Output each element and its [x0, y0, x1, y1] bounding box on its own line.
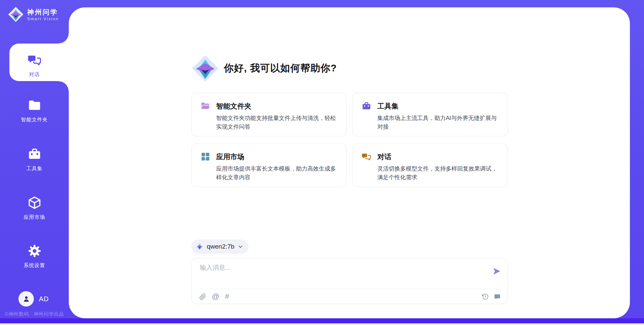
history-button[interactable] [482, 293, 489, 300]
mention-button[interactable]: @ [212, 293, 219, 300]
sidebar-item-toolset[interactable]: 工具集 [0, 147, 69, 172]
card-app-market[interactable]: 应用市场 应用市场提供丰富长文本模板，助力高效生成多样化文章内容 [191, 143, 347, 187]
avatar [18, 291, 34, 307]
copyright-footer: ©神州数码 · 神州问学出品 [0, 311, 69, 317]
model-selector-row: qwen2:7b [191, 240, 508, 254]
main-content-panel: 你好, 我可以如何帮助你? 智能文件夹 智能文件夹功能支持批量文件上传与清洗，轻… [69, 7, 630, 318]
history-icon [482, 293, 489, 300]
send-button[interactable] [492, 267, 501, 276]
sidebar-item-label: 对话 [29, 71, 40, 78]
card-title: 工具集 [377, 102, 498, 111]
hashtag-button[interactable]: # [225, 293, 229, 300]
sidebar-item-smart-folder[interactable]: 智能文件夹 [0, 98, 69, 123]
card-body: 应用市场 应用市场提供丰富长文本模板，助力高效生成多样化文章内容 [216, 151, 337, 179]
greeting-title: 你好, 我可以如何帮助你? [224, 62, 337, 75]
card-toolset[interactable]: 工具集 集成市场上主流工具，助力AI与外界无缝扩展与对接 [352, 93, 508, 136]
card-smart-folder[interactable]: 智能文件夹 智能文件夹功能支持批量文件上传与清洗，轻松实现文件问答 [191, 93, 347, 136]
sidebar-item-label: 系统设置 [24, 262, 45, 269]
composer-toolbar-right [482, 293, 501, 300]
sidebar-item-settings[interactable]: 系统设置 [0, 244, 69, 269]
card-chat[interactable]: 对话 灵活切换多模型文件，支持多样回复效果调试，满足个性化需求 [352, 143, 508, 187]
card-body: 智能文件夹 智能文件夹功能支持批量文件上传与清洗，轻松实现文件问答 [216, 101, 337, 128]
brand-subtitle: Smart Vision [27, 17, 59, 21]
bottom-accent-bar [0, 318, 644, 323]
card-description: 应用市场提供丰富长文本模板，助力高效生成多样化文章内容 [216, 165, 337, 182]
message-composer: @ # [191, 258, 508, 304]
model-name: qwen2:7b [207, 243, 234, 250]
gear-icon [28, 244, 42, 259]
sidebar-item-chat[interactable]: 对话 [0, 53, 69, 78]
user-account[interactable]: AD [18, 291, 49, 307]
page-bottom-edge [0, 323, 644, 325]
card-description: 集成市场上主流工具，助力AI与外界无缝扩展与对接 [377, 114, 498, 131]
card-title: 智能文件夹 [216, 102, 337, 111]
card-title: 对话 [377, 152, 498, 161]
brand-name: 神州问学 [27, 8, 59, 16]
sidebar: 神州问学 Smart Vision 对话 智能文件夹 [0, 0, 69, 325]
sidebar-item-label: 智能文件夹 [21, 117, 48, 123]
chevron-down-icon [238, 244, 243, 249]
card-body: 工具集 集成市场上主流工具，助力AI与外界无缝扩展与对接 [377, 101, 498, 128]
sidebar-item-label: 应用市场 [24, 214, 45, 220]
person-icon [22, 295, 31, 304]
brand-text: 神州问学 Smart Vision [27, 8, 59, 21]
diamond-logo-icon [191, 54, 219, 82]
card-description: 灵活切换多模型文件，支持多样回复效果调试，满足个性化需求 [377, 165, 498, 182]
sidebar-item-label: 工具集 [26, 166, 43, 172]
card-title: 应用市场 [216, 152, 337, 161]
diamond-logo-icon [196, 243, 204, 251]
send-arrow-icon [492, 267, 501, 276]
new-chat-button[interactable] [494, 293, 501, 300]
card-body: 对话 灵活切换多模型文件，支持多样回复效果调试，满足个性化需求 [377, 151, 498, 179]
toolbox-icon [28, 147, 42, 162]
composer-toolbar: @ # [199, 289, 501, 304]
brand: 神州问学 Smart Vision [8, 6, 59, 22]
paperclip-icon [199, 293, 206, 300]
model-selector[interactable]: qwen2:7b [191, 240, 249, 254]
hash-icon: # [225, 293, 229, 300]
diamond-logo-icon [8, 6, 24, 22]
chat-bubbles-icon [28, 53, 42, 68]
folder-icon [28, 98, 42, 114]
greeting-row: 你好, 我可以如何帮助你? [191, 55, 508, 82]
user-name: AD [39, 295, 49, 303]
chat-bubbles-icon [362, 151, 372, 179]
grid-icon [201, 151, 211, 179]
folder-open-icon [201, 101, 211, 128]
at-sign-icon: @ [212, 293, 219, 300]
attach-file-button[interactable] [199, 293, 206, 300]
feature-cards: 智能文件夹 智能文件夹功能支持批量文件上传与清洗，轻松实现文件问答 工具集 集成… [191, 93, 508, 187]
message-input[interactable] [199, 263, 474, 286]
sidebar-item-app-market[interactable]: 应用市场 [0, 196, 69, 220]
chat-square-icon [494, 293, 501, 300]
toolbox-icon [362, 101, 372, 128]
cube-icon [28, 196, 42, 211]
card-description: 智能文件夹功能支持批量文件上传与清洗，轻松实现文件问答 [216, 114, 337, 131]
